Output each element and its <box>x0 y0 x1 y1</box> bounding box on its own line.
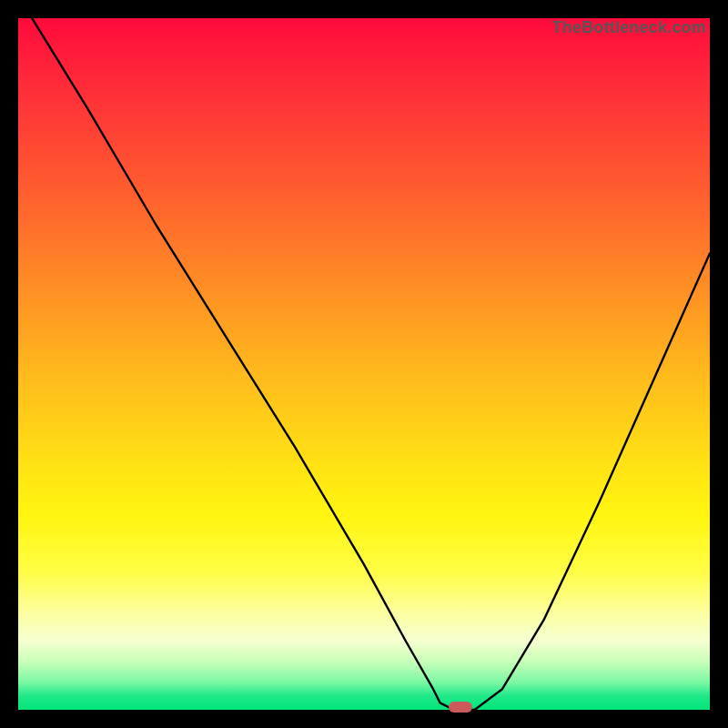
plot-area: TheBottleneck.com <box>18 18 710 710</box>
bottleneck-curve <box>18 18 710 710</box>
optimal-marker-icon <box>449 702 472 713</box>
chart-frame: TheBottleneck.com <box>0 0 728 728</box>
